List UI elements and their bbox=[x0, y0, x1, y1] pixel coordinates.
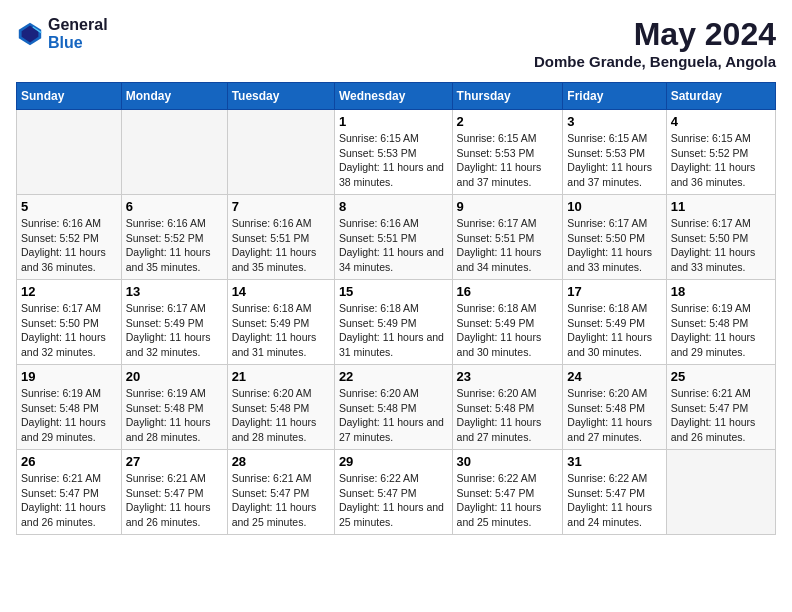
calendar-cell: 10Sunrise: 6:17 AMSunset: 5:50 PMDayligh… bbox=[563, 195, 666, 280]
main-title: May 2024 bbox=[534, 16, 776, 53]
calendar-cell: 7Sunrise: 6:16 AMSunset: 5:51 PMDaylight… bbox=[227, 195, 334, 280]
logo-blue: Blue bbox=[48, 34, 108, 52]
calendar-cell: 25Sunrise: 6:21 AMSunset: 5:47 PMDayligh… bbox=[666, 365, 775, 450]
day-info: Sunrise: 6:15 AMSunset: 5:53 PMDaylight:… bbox=[339, 131, 448, 190]
day-number: 9 bbox=[457, 199, 559, 214]
day-number: 22 bbox=[339, 369, 448, 384]
calendar-week-4: 19Sunrise: 6:19 AMSunset: 5:48 PMDayligh… bbox=[17, 365, 776, 450]
day-number: 30 bbox=[457, 454, 559, 469]
logo-general: General bbox=[48, 16, 108, 34]
day-info: Sunrise: 6:17 AMSunset: 5:50 PMDaylight:… bbox=[671, 216, 771, 275]
day-number: 1 bbox=[339, 114, 448, 129]
day-number: 20 bbox=[126, 369, 223, 384]
day-info: Sunrise: 6:16 AMSunset: 5:51 PMDaylight:… bbox=[339, 216, 448, 275]
calendar-cell: 15Sunrise: 6:18 AMSunset: 5:49 PMDayligh… bbox=[334, 280, 452, 365]
day-number: 23 bbox=[457, 369, 559, 384]
day-number: 18 bbox=[671, 284, 771, 299]
day-number: 29 bbox=[339, 454, 448, 469]
day-number: 19 bbox=[21, 369, 117, 384]
day-number: 17 bbox=[567, 284, 661, 299]
location-subtitle: Dombe Grande, Benguela, Angola bbox=[534, 53, 776, 70]
calendar-cell: 14Sunrise: 6:18 AMSunset: 5:49 PMDayligh… bbox=[227, 280, 334, 365]
day-info: Sunrise: 6:18 AMSunset: 5:49 PMDaylight:… bbox=[567, 301, 661, 360]
logo: General Blue bbox=[16, 16, 108, 51]
day-number: 12 bbox=[21, 284, 117, 299]
day-info: Sunrise: 6:22 AMSunset: 5:47 PMDaylight:… bbox=[457, 471, 559, 530]
calendar-cell bbox=[17, 110, 122, 195]
calendar-cell: 22Sunrise: 6:20 AMSunset: 5:48 PMDayligh… bbox=[334, 365, 452, 450]
calendar-cell: 2Sunrise: 6:15 AMSunset: 5:53 PMDaylight… bbox=[452, 110, 563, 195]
day-info: Sunrise: 6:17 AMSunset: 5:50 PMDaylight:… bbox=[567, 216, 661, 275]
day-number: 3 bbox=[567, 114, 661, 129]
calendar-cell: 20Sunrise: 6:19 AMSunset: 5:48 PMDayligh… bbox=[121, 365, 227, 450]
day-info: Sunrise: 6:22 AMSunset: 5:47 PMDaylight:… bbox=[567, 471, 661, 530]
day-number: 4 bbox=[671, 114, 771, 129]
header-tuesday: Tuesday bbox=[227, 83, 334, 110]
day-number: 31 bbox=[567, 454, 661, 469]
day-number: 8 bbox=[339, 199, 448, 214]
day-info: Sunrise: 6:20 AMSunset: 5:48 PMDaylight:… bbox=[457, 386, 559, 445]
day-info: Sunrise: 6:17 AMSunset: 5:51 PMDaylight:… bbox=[457, 216, 559, 275]
calendar-cell: 19Sunrise: 6:19 AMSunset: 5:48 PMDayligh… bbox=[17, 365, 122, 450]
header-monday: Monday bbox=[121, 83, 227, 110]
calendar-cell: 9Sunrise: 6:17 AMSunset: 5:51 PMDaylight… bbox=[452, 195, 563, 280]
day-info: Sunrise: 6:21 AMSunset: 5:47 PMDaylight:… bbox=[232, 471, 330, 530]
header-friday: Friday bbox=[563, 83, 666, 110]
day-info: Sunrise: 6:19 AMSunset: 5:48 PMDaylight:… bbox=[21, 386, 117, 445]
day-info: Sunrise: 6:19 AMSunset: 5:48 PMDaylight:… bbox=[671, 301, 771, 360]
day-number: 21 bbox=[232, 369, 330, 384]
day-number: 2 bbox=[457, 114, 559, 129]
calendar-cell: 24Sunrise: 6:20 AMSunset: 5:48 PMDayligh… bbox=[563, 365, 666, 450]
day-number: 14 bbox=[232, 284, 330, 299]
day-info: Sunrise: 6:18 AMSunset: 5:49 PMDaylight:… bbox=[457, 301, 559, 360]
day-info: Sunrise: 6:17 AMSunset: 5:49 PMDaylight:… bbox=[126, 301, 223, 360]
day-number: 16 bbox=[457, 284, 559, 299]
day-info: Sunrise: 6:16 AMSunset: 5:52 PMDaylight:… bbox=[21, 216, 117, 275]
title-section: May 2024 Dombe Grande, Benguela, Angola bbox=[534, 16, 776, 70]
day-number: 13 bbox=[126, 284, 223, 299]
header-saturday: Saturday bbox=[666, 83, 775, 110]
calendar-cell: 5Sunrise: 6:16 AMSunset: 5:52 PMDaylight… bbox=[17, 195, 122, 280]
calendar-week-5: 26Sunrise: 6:21 AMSunset: 5:47 PMDayligh… bbox=[17, 450, 776, 535]
header: General Blue May 2024 Dombe Grande, Beng… bbox=[16, 16, 776, 70]
day-info: Sunrise: 6:19 AMSunset: 5:48 PMDaylight:… bbox=[126, 386, 223, 445]
calendar-cell bbox=[666, 450, 775, 535]
day-info: Sunrise: 6:20 AMSunset: 5:48 PMDaylight:… bbox=[232, 386, 330, 445]
calendar-cell: 29Sunrise: 6:22 AMSunset: 5:47 PMDayligh… bbox=[334, 450, 452, 535]
calendar-week-3: 12Sunrise: 6:17 AMSunset: 5:50 PMDayligh… bbox=[17, 280, 776, 365]
calendar-header-row: Sunday Monday Tuesday Wednesday Thursday… bbox=[17, 83, 776, 110]
day-number: 7 bbox=[232, 199, 330, 214]
day-info: Sunrise: 6:20 AMSunset: 5:48 PMDaylight:… bbox=[339, 386, 448, 445]
calendar-cell: 11Sunrise: 6:17 AMSunset: 5:50 PMDayligh… bbox=[666, 195, 775, 280]
day-number: 27 bbox=[126, 454, 223, 469]
calendar-cell: 13Sunrise: 6:17 AMSunset: 5:49 PMDayligh… bbox=[121, 280, 227, 365]
calendar-table: Sunday Monday Tuesday Wednesday Thursday… bbox=[16, 82, 776, 535]
day-number: 26 bbox=[21, 454, 117, 469]
header-sunday: Sunday bbox=[17, 83, 122, 110]
day-info: Sunrise: 6:18 AMSunset: 5:49 PMDaylight:… bbox=[339, 301, 448, 360]
day-number: 5 bbox=[21, 199, 117, 214]
calendar-cell bbox=[227, 110, 334, 195]
day-number: 10 bbox=[567, 199, 661, 214]
calendar-cell: 3Sunrise: 6:15 AMSunset: 5:53 PMDaylight… bbox=[563, 110, 666, 195]
day-number: 15 bbox=[339, 284, 448, 299]
calendar-cell: 28Sunrise: 6:21 AMSunset: 5:47 PMDayligh… bbox=[227, 450, 334, 535]
calendar-cell: 17Sunrise: 6:18 AMSunset: 5:49 PMDayligh… bbox=[563, 280, 666, 365]
calendar-cell: 26Sunrise: 6:21 AMSunset: 5:47 PMDayligh… bbox=[17, 450, 122, 535]
calendar-cell: 16Sunrise: 6:18 AMSunset: 5:49 PMDayligh… bbox=[452, 280, 563, 365]
calendar-cell: 27Sunrise: 6:21 AMSunset: 5:47 PMDayligh… bbox=[121, 450, 227, 535]
calendar-cell: 12Sunrise: 6:17 AMSunset: 5:50 PMDayligh… bbox=[17, 280, 122, 365]
day-info: Sunrise: 6:17 AMSunset: 5:50 PMDaylight:… bbox=[21, 301, 117, 360]
day-info: Sunrise: 6:21 AMSunset: 5:47 PMDaylight:… bbox=[671, 386, 771, 445]
day-number: 6 bbox=[126, 199, 223, 214]
day-info: Sunrise: 6:16 AMSunset: 5:52 PMDaylight:… bbox=[126, 216, 223, 275]
day-number: 28 bbox=[232, 454, 330, 469]
day-info: Sunrise: 6:20 AMSunset: 5:48 PMDaylight:… bbox=[567, 386, 661, 445]
header-wednesday: Wednesday bbox=[334, 83, 452, 110]
header-thursday: Thursday bbox=[452, 83, 563, 110]
calendar-cell bbox=[121, 110, 227, 195]
calendar-week-2: 5Sunrise: 6:16 AMSunset: 5:52 PMDaylight… bbox=[17, 195, 776, 280]
day-info: Sunrise: 6:22 AMSunset: 5:47 PMDaylight:… bbox=[339, 471, 448, 530]
day-number: 11 bbox=[671, 199, 771, 214]
calendar-cell: 23Sunrise: 6:20 AMSunset: 5:48 PMDayligh… bbox=[452, 365, 563, 450]
